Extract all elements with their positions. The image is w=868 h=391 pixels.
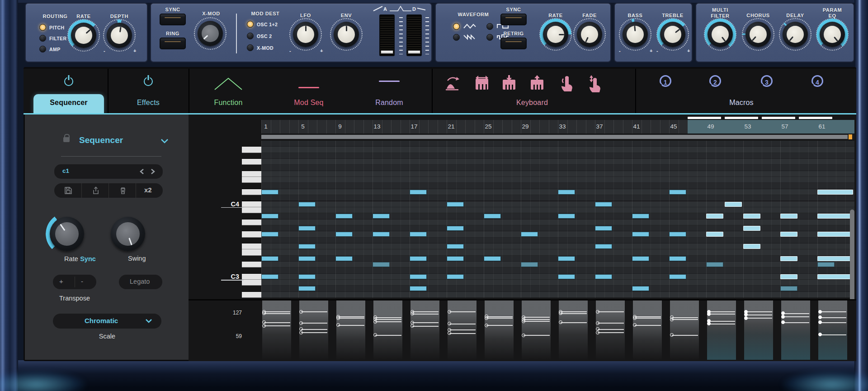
note-A#2-step5[interactable] [298,286,316,291]
piano-key-G#4[interactable] [242,153,261,159]
piano-key-F#4[interactable] [242,165,261,171]
note-C3-step37[interactable] [595,274,612,279]
velocity-marker[interactable] [264,313,290,314]
seq-rate-knob[interactable] [50,217,84,251]
note-D#3-step33[interactable] [558,256,575,261]
note-D#3-step61[interactable] [817,256,853,261]
velocity-marker[interactable] [672,317,698,318]
velocity-marker[interactable] [820,317,846,318]
effects-power-icon[interactable] [144,77,153,86]
macro-1-icon[interactable]: 1 [660,75,671,87]
velocity-marker[interactable] [561,313,587,314]
note-G3-step57[interactable] [780,232,797,237]
piano-key-A4[interactable] [242,147,261,153]
velocity-handle[interactable] [781,315,785,319]
velocity-marker[interactable] [524,321,550,322]
share-button[interactable] [81,183,108,198]
velocity-handle[interactable] [299,331,303,334]
note-A#3-step53[interactable] [743,214,760,219]
macro-4-icon[interactable]: 4 [811,75,823,87]
velocity-marker[interactable] [783,316,809,317]
tab-random[interactable]: Random [375,99,403,107]
piano-key-G#3[interactable] [242,225,261,231]
velocity-handle[interactable] [299,310,303,314]
piano-key-D#4[interactable] [242,183,261,189]
velocity-marker[interactable] [783,322,809,323]
loop-bar[interactable] [725,117,758,119]
fade-knob[interactable] [577,22,602,47]
retrig-button[interactable] [500,38,527,49]
velocity-group-15[interactable] [781,300,810,360]
horizontal-scrollbar[interactable] [261,134,854,139]
scale-dropdown[interactable]: Chromatic [53,314,161,329]
keyboard-oct-up-icon[interactable] [529,75,545,91]
routing-option-filter[interactable]: FILTER [39,35,66,42]
piano-key-F#3[interactable] [242,238,261,243]
velocity-marker[interactable] [783,313,809,314]
velocity-marker[interactable] [746,315,772,315]
note-F3-step21[interactable] [447,244,464,249]
velocity-group-4[interactable] [373,300,402,360]
velocity-marker[interactable] [672,335,698,336]
velocity-handle[interactable] [781,320,785,324]
note-A#2-step41[interactable] [632,286,649,291]
velocity-handle[interactable] [448,310,451,314]
velocity-marker[interactable] [412,311,439,312]
velocity-marker[interactable] [301,329,327,330]
piano-key-C4[interactable] [242,201,261,207]
velocity-marker[interactable] [449,311,476,312]
velocity-group-3[interactable] [336,300,365,360]
sync-mode-toggle[interactable]: Sync [80,255,96,262]
velocity-marker[interactable] [709,321,735,322]
ring-button[interactable] [160,38,186,49]
velocity-handle[interactable] [522,334,525,337]
transpose-up-button[interactable]: + [59,277,63,285]
note-A#2-step57[interactable] [780,286,797,291]
bass-knob[interactable] [623,22,648,47]
velocity-marker[interactable] [486,316,513,317]
loop-bar[interactable] [688,117,721,119]
piano-key-A#4[interactable] [242,141,261,147]
delay-knob[interactable] [783,22,808,47]
note-D#3-step1[interactable] [261,256,278,261]
transpose-down-button[interactable]: - [81,277,83,285]
tab-keyboard[interactable]: Keyboard [516,99,548,107]
velocity-marker[interactable] [301,332,327,333]
lfo-knob[interactable] [293,22,318,47]
velocity-handle[interactable] [818,310,822,314]
note-D4-step17[interactable] [410,190,427,195]
velocity-marker[interactable] [412,322,439,323]
piano-key-G3[interactable] [242,231,261,237]
save-button[interactable] [54,183,81,198]
macro-2-icon[interactable]: 2 [709,75,721,87]
velocity-group-14[interactable] [744,300,773,360]
note-A#2-step17[interactable] [410,286,427,291]
note-C3-step33[interactable] [558,274,575,279]
velocity-marker[interactable] [486,325,513,326]
mod-dest-osc12[interactable]: OSC 1+2 [247,21,278,28]
decay-wheel-handle[interactable] [408,50,420,54]
piano-key-E4[interactable] [242,177,261,183]
velocity-handle[interactable] [633,316,637,320]
next-preset-icon[interactable] [150,168,156,175]
piano-key-G4[interactable] [242,159,261,165]
preset-selector[interactable]: c1 [54,164,163,179]
piano-key-E3[interactable] [242,249,261,255]
velocity-lane[interactable]: 127 59 [189,299,856,361]
note-D4-step45[interactable] [669,190,686,195]
piano-key-C3[interactable] [242,274,261,280]
chorus-knob[interactable] [745,22,771,47]
velocity-marker[interactable] [709,311,735,312]
velocity-group-12[interactable] [670,300,699,360]
velocity-handle[interactable] [262,320,266,324]
velocity-handle[interactable] [485,324,488,327]
note-D#3-step41[interactable] [632,256,649,261]
keyboard-oct-down-icon[interactable] [501,75,517,91]
x2-button[interactable]: x2 [136,183,163,198]
piano-key-B2[interactable] [242,280,261,286]
piano-key-A#3[interactable] [242,213,261,219]
velocity-marker[interactable] [301,323,327,324]
velocity-group-10[interactable] [596,300,625,360]
tab-function[interactable]: Function [214,99,243,107]
note-C4-step5[interactable] [298,202,316,207]
